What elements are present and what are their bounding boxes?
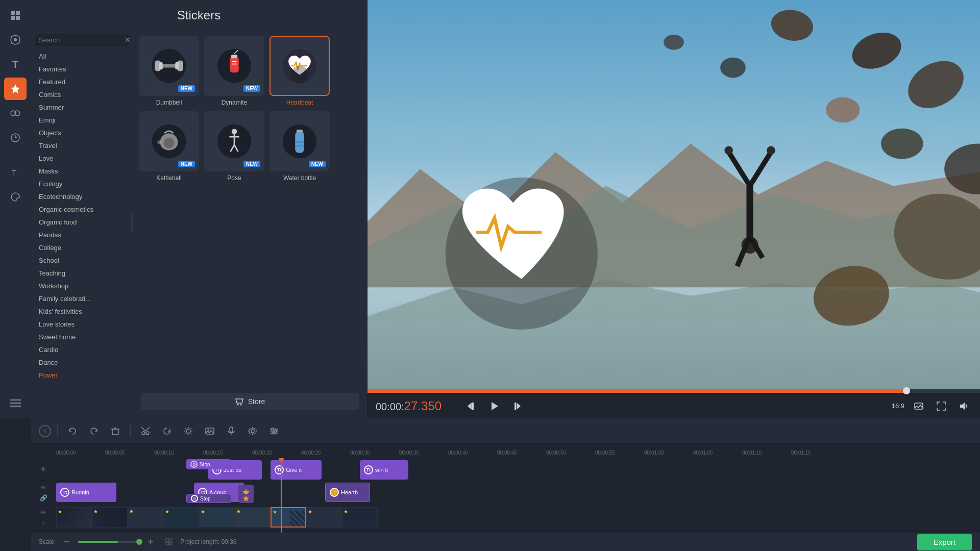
category-objects[interactable]: Objects [31,127,133,139]
speed-tool-btn[interactable] [4,127,27,149]
clip-stop-lower[interactable]: ⊙ Stop [186,494,231,503]
category-masks[interactable]: Masks [31,165,133,178]
category-emoji[interactable]: Emoji [31,114,133,127]
sticker-pose-thumb[interactable]: NEW [204,111,264,171]
music-icon[interactable]: ♩ [39,531,48,533]
store-button[interactable]: Store [141,393,359,410]
category-workshop[interactable]: Workshop [31,280,133,292]
category-ecology[interactable]: Ecology [31,178,133,190]
video-clip-4[interactable]: ★ [163,507,199,528]
clip-runnin[interactable]: Tt Runnin [56,483,116,502]
undo-btn[interactable] [64,422,81,440]
scale-max-icon[interactable] [145,537,156,547]
timeline-tracks[interactable]: 👁 Tt Just be Tt Give it ⊙ [31,458,980,533]
screenshot-btn[interactable] [911,398,927,414]
eye-icon-video[interactable]: 👁 [39,508,48,517]
sticker-dynamite[interactable]: NEW Dynamite [204,36,264,106]
effects-tool-btn[interactable] [4,29,27,51]
category-love-stories[interactable]: Love stories [31,318,133,331]
delete-btn[interactable] [107,422,124,440]
clip-heartbeat[interactable]: ♡ Heartb [325,483,370,502]
redo-btn[interactable] [85,422,103,440]
text-tool-btn[interactable]: T [4,161,27,184]
transitions-tool-btn[interactable] [4,102,27,124]
search-clear-icon[interactable]: ✕ [125,36,131,44]
search-bar[interactable]: ✕ [35,34,129,46]
collapse-categories-btn[interactable]: ◀ [131,214,133,232]
sticker-water-bottle-thumb[interactable]: NEW [270,111,330,171]
search-input[interactable] [39,36,125,44]
category-power[interactable]: Power [31,369,133,382]
menu-tool-btn[interactable] [4,392,27,414]
category-love[interactable]: Love [31,152,133,165]
scale-slider[interactable] [78,541,139,543]
category-school[interactable]: School [31,254,133,267]
fullscreen-btn[interactable] [933,398,949,414]
sticker-dumbbell-thumb[interactable]: NEW [139,36,199,96]
category-college[interactable]: College [31,241,133,254]
video-clip-5[interactable]: ★ [199,507,235,528]
media-tool-btn[interactable] [4,4,27,27]
clip-stop[interactable]: ⊙ Stop [186,459,231,469]
video-clip-9[interactable]: ★ [342,507,378,528]
mic-btn[interactable] [223,422,240,440]
cut-btn[interactable] [137,422,154,440]
clip-win-ti[interactable]: Tt win ti [360,460,408,480]
rotate-btn[interactable] [158,422,176,440]
category-kids[interactable]: Kids' festivities [31,305,133,318]
category-favorites[interactable]: Favorites [31,63,133,76]
sticker-dynamite-thumb[interactable]: NEW [204,36,264,96]
clip-give-it[interactable]: Tt Give it [271,460,322,480]
settings-btn[interactable] [244,422,261,440]
category-all[interactable]: All [31,50,133,63]
play-btn[interactable] [486,398,502,414]
image-btn[interactable] [201,422,218,440]
eye-icon-main[interactable]: 👁 [39,483,48,492]
brightness-btn[interactable] [180,422,197,440]
adjust-btn[interactable] [265,422,283,440]
sticker-kettlebell[interactable]: NEW Kettlebell [139,111,199,182]
skip-back-btn[interactable] [463,398,480,414]
scale-handle[interactable] [136,539,142,545]
audio-icon[interactable]: ♪ [39,518,48,528]
scale-min-icon[interactable] [62,537,72,547]
sticker-kettlebell-thumb[interactable]: NEW [139,111,199,171]
sticker-water-bottle[interactable]: NEW Water bottle [270,111,330,182]
category-pandas[interactable]: Pandas [31,229,133,241]
sticker-pose[interactable]: NEW Pose [204,111,264,182]
category-ecotechnology[interactable]: Ecotechnology [31,190,133,203]
category-teaching[interactable]: Teaching [31,267,133,280]
category-dance[interactable]: Dance [31,356,133,369]
add-track-btn[interactable]: + [39,425,51,437]
sticker-heartbeat-thumb[interactable] [270,36,330,96]
video-clip-1[interactable]: ★ [56,507,92,528]
video-clip-7[interactable]: ★ [271,507,306,528]
category-family[interactable]: Family celebrati... [31,292,133,305]
eye-icon[interactable]: 👁 [39,465,48,474]
link-icon[interactable]: 🔗 [39,493,48,503]
grid-view-icon[interactable] [164,537,174,547]
sticker-dumbbell[interactable]: NEW Dumbbell [139,36,199,106]
category-comics[interactable]: Comics [31,88,133,101]
category-sweet-home[interactable]: Sweet home [31,331,133,343]
volume-btn[interactable] [955,398,972,414]
category-travel[interactable]: Travel [31,139,133,152]
progress-bar[interactable] [368,389,980,393]
category-organic-food[interactable]: Organic food [31,216,133,229]
video-clip-8[interactable]: ★ [306,507,342,528]
category-featured[interactable]: Featured [31,76,133,88]
progress-handle[interactable] [903,387,910,394]
video-clip-6[interactable]: ★ [235,507,271,528]
sticker-indicator-2[interactable] [238,494,254,503]
skip-forward-btn[interactable] [508,398,525,414]
category-cardio[interactable]: Cardio [31,343,133,356]
titles-tool-btn[interactable]: T [4,53,27,76]
video-clip-3[interactable]: ★ [128,507,163,528]
sticker-heartbeat[interactable]: Heartbeat [270,36,330,106]
export-button[interactable]: Export [917,534,972,550]
stickers-tool-btn[interactable] [4,78,27,100]
category-organic-cosmetics[interactable]: Organic cosmetics [31,203,133,216]
color-tool-btn[interactable] [4,186,27,208]
category-summer[interactable]: Summer [31,101,133,114]
video-clip-2[interactable]: ★ [92,507,128,528]
